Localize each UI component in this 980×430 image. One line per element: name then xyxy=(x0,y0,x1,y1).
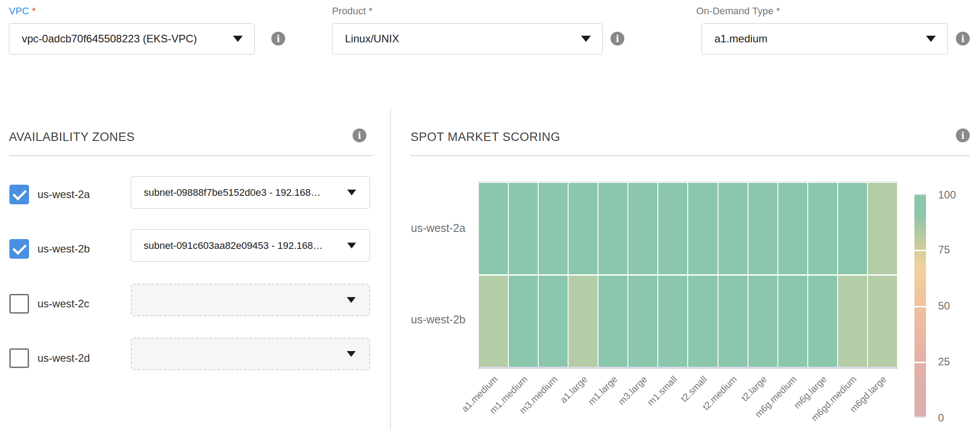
spot-score-heatmap xyxy=(479,183,897,367)
subnet-select-value: subnet-091c603aa82e09453 - 192.168… xyxy=(131,240,347,252)
heatmap-cell-us-west-2b-m1.large xyxy=(598,276,627,367)
on-demand-type-info-icon[interactable]: i xyxy=(956,32,970,45)
heatmap-colorbar xyxy=(914,194,926,418)
heatmap-cell-us-west-2b-t2.small xyxy=(688,276,717,367)
vpc-label: VPC * xyxy=(9,5,36,17)
colorbar-label-0: 0 xyxy=(938,412,944,424)
heatmap-row-label-us-west-2b: us-west-2b xyxy=(367,313,465,326)
caret-down-icon xyxy=(347,351,356,357)
heatmap-cell-us-west-2b-m3.large xyxy=(628,276,657,367)
vpc-label-text: VPC xyxy=(9,5,29,17)
heatmap-cell-us-west-2b-t2.medium xyxy=(718,276,747,367)
spot-market-scoring-info-icon[interactable]: i xyxy=(956,128,970,142)
subnet-select-us-west-2b[interactable]: subnet-091c603aa82e09453 - 192.168… xyxy=(131,229,370,262)
heatmap-top-axis-line xyxy=(478,181,898,182)
colorbar-label-50: 50 xyxy=(938,300,950,312)
vpc-select-value: vpc-0adcb70f645508223 (EKS-VPC) xyxy=(9,33,233,45)
colorbar-tick-25 xyxy=(914,362,926,363)
on-demand-type-select-value: a1.medium xyxy=(702,33,926,45)
spot-market-scoring-title: SPOT MARKET SCORING xyxy=(411,130,561,144)
heatmap-cell-us-west-2b-m6g.medium xyxy=(778,276,807,367)
zone-label-us-west-2b: us-west-2b xyxy=(37,242,90,256)
checkbox-us-west-2c[interactable] xyxy=(9,294,29,314)
subnet-select-us-west-2d[interactable] xyxy=(131,338,370,370)
heatmap-x-label-a1.medium: a1.medium xyxy=(439,374,500,430)
heatmap-cell-us-west-2b-a1.medium xyxy=(479,276,508,367)
vpc-required-asterisk: * xyxy=(32,5,36,17)
subnet-select-us-west-2a[interactable]: subnet-09888f7be5152d0e3 - 192.168… xyxy=(131,176,370,209)
vpc-info-icon[interactable]: i xyxy=(271,32,285,45)
product-label: Product * xyxy=(332,5,373,17)
colorbar-top-cap xyxy=(914,194,926,195)
subnet-select-value: subnet-09888f7be5152d0e3 - 192.168… xyxy=(131,187,347,198)
availability-zones-title: AVAILABILITY ZONES xyxy=(9,130,135,144)
heatmap-cell-us-west-2a-m6g.large xyxy=(808,183,837,274)
zone-label-us-west-2a: us-west-2a xyxy=(37,188,90,201)
colorbar-label-25: 25 xyxy=(938,356,950,368)
checkbox-us-west-2b[interactable] xyxy=(9,239,29,259)
on-demand-type-label: On-Demand Type * xyxy=(696,5,780,17)
product-info-icon[interactable]: i xyxy=(610,32,624,45)
caret-down-icon xyxy=(347,190,356,195)
heatmap-cell-us-west-2b-m1.small xyxy=(658,276,687,367)
subnet-select-us-west-2c[interactable] xyxy=(131,284,370,316)
caret-down-icon xyxy=(233,36,243,42)
colorbar-label-75: 75 xyxy=(938,244,950,256)
heatmap-cell-us-west-2a-m1.large xyxy=(598,183,627,274)
heatmap-cell-us-west-2a-a1.medium xyxy=(479,183,508,274)
caret-down-icon xyxy=(347,243,356,248)
heatmap-cell-us-west-2a-m3.medium xyxy=(539,183,568,274)
heatmap-cell-us-west-2a-m1.small xyxy=(658,183,687,274)
heatmap-cell-us-west-2b-m6gd.medium xyxy=(838,276,867,367)
heatmap-cell-us-west-2b-m3.medium xyxy=(539,276,568,367)
spot-market-scoring-divider xyxy=(411,155,969,156)
availability-zones-info-icon[interactable]: i xyxy=(353,128,366,142)
product-select[interactable]: Linux/UNIX xyxy=(332,23,603,54)
product-select-value: Linux/UNIX xyxy=(332,33,581,45)
on-demand-type-select[interactable]: a1.medium xyxy=(702,23,948,54)
heatmap-row-label-us-west-2a: us-west-2a xyxy=(367,221,465,235)
caret-down-icon xyxy=(347,297,356,303)
heatmap-cell-us-west-2b-t2.large xyxy=(748,276,777,367)
colorbar-tick-50 xyxy=(914,306,926,307)
heatmap-cell-us-west-2b-a1.large xyxy=(569,276,598,367)
heatmap-cell-us-west-2a-m1.medium xyxy=(509,183,538,274)
heatmap-bottom-axis-line xyxy=(478,367,898,369)
heatmap-cell-us-west-2b-m6g.large xyxy=(808,276,837,367)
caret-down-icon xyxy=(926,36,936,42)
heatmap-cell-us-west-2a-m6gd.medium xyxy=(838,183,867,274)
zone-label-us-west-2d: us-west-2d xyxy=(37,351,90,365)
zone-label-us-west-2c: us-west-2c xyxy=(37,297,89,310)
caret-down-icon xyxy=(581,36,591,42)
heatmap-cell-us-west-2a-t2.small xyxy=(688,183,717,274)
heatmap-cell-us-west-2a-t2.medium xyxy=(718,183,747,274)
heatmap-cell-us-west-2b-m1.medium xyxy=(509,276,538,367)
vpc-select[interactable]: vpc-0adcb70f645508223 (EKS-VPC) xyxy=(9,23,255,54)
heatmap-cell-us-west-2b-m6gd.large xyxy=(868,276,897,367)
heatmap-cell-us-west-2a-m3.large xyxy=(628,183,657,274)
spot-instance-configuration-screen: VPC * vpc-0adcb70f645508223 (EKS-VPC) i … xyxy=(0,0,980,430)
checkbox-us-west-2d[interactable] xyxy=(9,348,29,368)
colorbar-tick-75 xyxy=(914,250,926,251)
availability-zones-divider xyxy=(9,155,372,156)
colorbar-bottom-cap xyxy=(914,417,926,418)
heatmap-cell-us-west-2a-m6gd.large xyxy=(868,183,897,274)
checkbox-us-west-2a[interactable] xyxy=(9,185,29,204)
heatmap-cell-us-west-2a-m6g.medium xyxy=(778,183,807,274)
heatmap-cell-us-west-2a-a1.large xyxy=(569,183,598,274)
heatmap-cell-us-west-2a-t2.large xyxy=(748,183,777,274)
colorbar-label-100: 100 xyxy=(938,189,956,201)
section-vertical-divider xyxy=(390,108,391,430)
